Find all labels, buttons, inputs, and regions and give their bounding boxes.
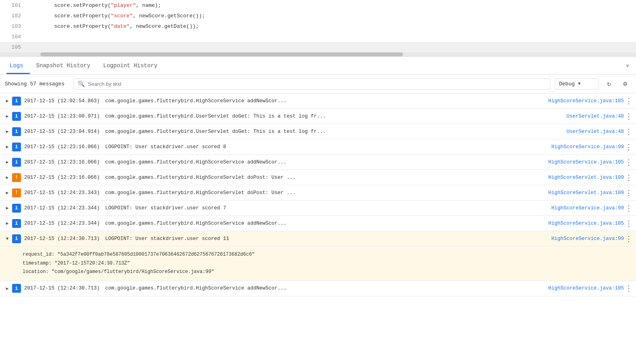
- log-source[interactable]: HighScoreServlet.java:109: [535, 175, 624, 180]
- log-row[interactable]: ▶!2017-12-15 (12:23:16.066)com.google.ga…: [0, 170, 636, 185]
- settings-button[interactable]: ⚙: [619, 78, 631, 90]
- log-timestamp: 2017-12-15 (12:02:54.863): [24, 98, 103, 104]
- log-timestamp: 2017-12-15 (12:24:23.344): [24, 205, 103, 211]
- tab-logs[interactable]: Logs: [6, 58, 30, 74]
- log-source[interactable]: HighScoreService.java:105: [535, 98, 624, 104]
- log-message: com.google.games.flutterybird.HighScoreS…: [105, 175, 532, 180]
- filter-icon[interactable]: ▿: [626, 62, 630, 70]
- scrollbar-thumb[interactable]: [40, 52, 403, 56]
- log-message: LOGPOINT: User stackdriver.user scored 8: [105, 144, 532, 150]
- log-source[interactable]: UserServlet.java:48: [535, 129, 624, 134]
- more-options-icon[interactable]: ⋮: [624, 127, 634, 136]
- log-detail-line: request_id: "5a342f7e00ff0ab78e587605d10…: [23, 250, 255, 259]
- code-line-103: 103 score.setProperty("date", newScore.g…: [0, 21, 636, 31]
- log-source[interactable]: HighScoreServlet.java:109: [535, 190, 624, 196]
- log-level-badge: !: [12, 188, 21, 197]
- expand-chevron-icon[interactable]: ▶: [2, 286, 12, 291]
- log-timestamp: 2017-12-15 (12:23:04.914): [24, 129, 103, 134]
- log-row[interactable]: ▶i2017-12-15 (12:24:23.344)LOGPOINT: Use…: [0, 201, 636, 216]
- expand-chevron-icon[interactable]: ▶: [2, 98, 12, 103]
- log-level-badge: i: [12, 143, 21, 151]
- log-row[interactable]: ▶i2017-12-15 (12:23:00.971)com.google.ga…: [0, 109, 636, 124]
- expand-chevron-icon[interactable]: ▶: [2, 205, 12, 211]
- log-message: LOGPOINT: User stackdriver.user scored 1…: [105, 236, 532, 242]
- log-source[interactable]: HighScoreService.java:99: [535, 205, 624, 211]
- more-options-icon[interactable]: ⋮: [624, 204, 634, 213]
- log-timestamp: 2017-12-15 (12:24:23.343): [24, 190, 103, 196]
- dropdown-arrow-icon: ▼: [578, 81, 581, 86]
- log-detail-row: request_id: "5a342f7e00ff0ab78e587605d10…: [0, 246, 636, 281]
- expand-chevron-icon[interactable]: ▶: [2, 114, 12, 119]
- more-options-icon[interactable]: ⋮: [624, 112, 634, 121]
- log-timestamp: 2017-12-15 (12:23:16.066): [24, 175, 103, 180]
- log-source[interactable]: HighScoreService.java:105: [535, 159, 624, 165]
- expand-chevron-icon[interactable]: ▶: [2, 129, 12, 134]
- log-level-badge: i: [12, 284, 21, 293]
- more-options-icon[interactable]: ⋮: [624, 284, 634, 293]
- log-row[interactable]: ▶i2017-12-15 (12:24:30.713)com.google.ga…: [0, 281, 636, 296]
- log-timestamp: 2017-12-15 (12:23:16.066): [24, 159, 103, 165]
- log-message: com.google.games.flutterybird.UserServle…: [105, 129, 532, 134]
- expand-chevron-icon[interactable]: ▶: [2, 175, 12, 180]
- log-message: com.google.games.flutterybird.HighScoreS…: [105, 98, 532, 104]
- log-row[interactable]: ▶i2017-12-15 (12:23:16.066)LOGPOINT: Use…: [0, 139, 636, 155]
- expand-chevron-icon[interactable]: ▶: [2, 221, 12, 226]
- log-level-badge: i: [12, 127, 21, 136]
- expand-chevron-icon[interactable]: ▼: [2, 236, 12, 241]
- log-timestamp: 2017-12-15 (12:23:00.971): [24, 114, 103, 119]
- code-lines: 101 score.setProperty("player", name); 1…: [0, 0, 636, 52]
- more-options-icon[interactable]: ⋮: [624, 173, 634, 182]
- search-box[interactable]: 🔍: [73, 79, 551, 89]
- log-message: com.google.games.flutterybird.HighScoreS…: [105, 190, 532, 196]
- log-level-badge: i: [12, 97, 21, 105]
- log-timestamp: 2017-12-15 (12:23:16.066): [24, 144, 103, 150]
- log-message: com.google.games.flutterybird.HighScoreS…: [105, 285, 532, 291]
- log-row[interactable]: ▶i2017-12-15 (12:24:23.344)com.google.ga…: [0, 216, 636, 231]
- log-source[interactable]: HighScoreService.java:99: [535, 144, 624, 150]
- toolbar: Showing 57 messages 🔍 Debug ▼ ↻ ⚙: [0, 74, 636, 93]
- expand-chevron-icon[interactable]: ▶: [2, 144, 12, 149]
- expand-chevron-icon[interactable]: ▶: [2, 159, 12, 165]
- refresh-button[interactable]: ↻: [603, 78, 615, 90]
- log-message: com.google.games.flutterybird.HighScoreS…: [105, 159, 532, 165]
- more-options-icon[interactable]: ⋮: [624, 188, 634, 197]
- log-row[interactable]: ▼i2017-12-15 (12:24:30.713)LOGPOINT: Use…: [0, 231, 636, 246]
- search-input[interactable]: [88, 81, 546, 87]
- log-row[interactable]: ▶i2017-12-15 (12:23:04.914)com.google.ga…: [0, 124, 636, 139]
- log-row[interactable]: ▶i2017-12-15 (12:23:16.066)com.google.ga…: [0, 155, 636, 170]
- log-message: com.google.games.flutterybird.UserServle…: [105, 114, 532, 119]
- log-level-badge: i: [12, 204, 21, 213]
- expand-chevron-icon[interactable]: ▶: [2, 190, 12, 195]
- code-line-101: 101 score.setProperty("player", name);: [0, 0, 636, 10]
- more-options-icon[interactable]: ⋮: [624, 234, 634, 243]
- search-icon: 🔍: [78, 81, 85, 87]
- log-row[interactable]: ▶!2017-12-15 (12:24:23.343)com.google.ga…: [0, 185, 636, 201]
- more-options-icon[interactable]: ⋮: [624, 97, 634, 105]
- log-message: LOGPOINT: User stackdriver.user scored 7: [105, 205, 532, 211]
- log-level-badge: i: [12, 219, 21, 228]
- more-options-icon[interactable]: ⋮: [624, 219, 634, 228]
- debug-level-label: Debug: [559, 81, 575, 87]
- code-line-104: 104: [0, 31, 636, 42]
- horizontal-scrollbar[interactable]: [0, 52, 636, 56]
- log-source[interactable]: UserServlet.java:48: [535, 114, 624, 119]
- log-timestamp: 2017-12-15 (12:24:30.713): [24, 285, 103, 291]
- log-source[interactable]: HighScoreService.java:105: [535, 221, 624, 226]
- log-message: com.google.games.flutterybird.HighScoreS…: [105, 221, 532, 226]
- debug-level-dropdown[interactable]: Debug ▼: [555, 79, 599, 89]
- log-level-badge: i: [12, 158, 21, 167]
- more-options-icon[interactable]: ⋮: [624, 158, 634, 167]
- tab-logpoint-history[interactable]: Logpoint History: [100, 58, 164, 74]
- tab-snapshot-history[interactable]: Snapshot History: [33, 58, 97, 74]
- log-timestamp: 2017-12-15 (12:24:23.344): [24, 221, 103, 226]
- log-detail-line: location: "com/google/games/flutterybird…: [23, 268, 214, 277]
- code-line-105: 105: [0, 42, 636, 52]
- log-timestamp: 2017-12-15 (12:24:30.713): [24, 236, 103, 242]
- log-level-badge: i: [12, 234, 21, 243]
- log-level-badge: !: [12, 173, 21, 182]
- log-source[interactable]: HighScoreService.java:105: [535, 285, 624, 291]
- more-options-icon[interactable]: ⋮: [624, 143, 634, 151]
- log-row[interactable]: ▶i2017-12-15 (12:02:54.863)com.google.ga…: [0, 93, 636, 109]
- log-list: ▶i2017-12-15 (12:02:54.863)com.google.ga…: [0, 93, 636, 296]
- log-source[interactable]: HighScoreService.java:99: [535, 236, 624, 242]
